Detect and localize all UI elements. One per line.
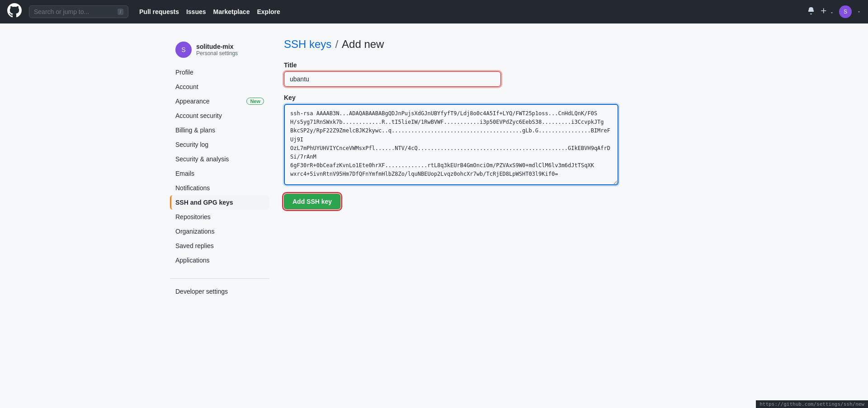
topnav-links: Pull requests Issues Marketplace Explore [139, 8, 280, 15]
sidebar-link-developer-settings[interactable]: Developer settings [170, 284, 269, 299]
sidebar-item-applications[interactable]: Applications [170, 253, 269, 267]
appearance-new-badge: New [246, 98, 264, 105]
sidebar-developer-section: Developer settings [170, 278, 269, 299]
sidebar-link-applications[interactable]: Applications [170, 253, 269, 267]
sidebar-item-emails[interactable]: Emails [170, 166, 269, 181]
avatar-chevron-icon[interactable] [857, 10, 861, 14]
create-plus-icon[interactable] [820, 7, 834, 16]
sidebar-link-account[interactable]: Account [170, 80, 269, 94]
sidebar-item-saved-replies[interactable]: Saved replies [170, 239, 269, 253]
sidebar-link-security-analysis[interactable]: Security & analysis [170, 152, 269, 166]
sidebar-item-account-security[interactable]: Account security [170, 108, 269, 123]
key-form-group: Key ssh-rsa AAAAB3N...ADAQABAABABgQDJnPu… [284, 94, 698, 187]
sidebar-link-saved-replies[interactable]: Saved replies [170, 239, 269, 253]
add-button-wrapper: Add SSH key [284, 194, 698, 209]
sidebar-nav: Profile Account Appearance New Account s… [170, 65, 269, 267]
sidebar-user-info: S solitude-mix Personal settings [170, 38, 269, 61]
user-avatar[interactable]: S [839, 5, 852, 18]
page-heading: SSH keys / Add new [284, 38, 698, 51]
sidebar-username: solitude-mix [196, 43, 238, 50]
search-input[interactable] [34, 8, 115, 15]
main-content: SSH keys / Add new Title Key ssh-rsa AAA… [284, 38, 698, 299]
sidebar-link-emails[interactable]: Emails [170, 166, 269, 181]
page-wrapper: S solitude-mix Personal settings Profile… [163, 23, 705, 313]
sidebar-item-profile[interactable]: Profile [170, 65, 269, 80]
search-kbd: / [118, 9, 123, 15]
sidebar-user-details: solitude-mix Personal settings [196, 43, 238, 56]
topnav-right: S [807, 5, 861, 18]
nav-issues[interactable]: Issues [186, 8, 206, 15]
title-input[interactable] [284, 71, 501, 87]
breadcrumb-ssh-keys-link[interactable]: SSH keys [284, 38, 331, 51]
add-ssh-key-button[interactable]: Add SSH key [284, 194, 340, 209]
sidebar: S solitude-mix Personal settings Profile… [170, 38, 269, 299]
sidebar-avatar: S [175, 42, 192, 58]
sidebar-link-profile[interactable]: Profile [170, 65, 269, 80]
notification-bell-icon[interactable] [807, 7, 815, 17]
sidebar-item-repositories[interactable]: Repositories [170, 210, 269, 224]
nav-pull-requests[interactable]: Pull requests [139, 8, 179, 15]
breadcrumb-separator: / [335, 38, 338, 51]
key-textarea[interactable]: ssh-rsa AAAAB3N...ADAQABAABABgQDJnPujsXd… [284, 104, 618, 185]
sidebar-link-appearance[interactable]: Appearance New [170, 94, 269, 108]
sidebar-link-billing[interactable]: Billing & plans [170, 123, 269, 137]
sidebar-link-organizations[interactable]: Organizations [170, 224, 269, 239]
nav-explore[interactable]: Explore [257, 8, 280, 15]
sidebar-link-account-security[interactable]: Account security [170, 108, 269, 123]
sidebar-link-repositories[interactable]: Repositories [170, 210, 269, 224]
top-navigation: / Pull requests Issues Marketplace Explo… [0, 0, 868, 23]
search-box[interactable]: / [29, 5, 128, 18]
sidebar-item-billing[interactable]: Billing & plans [170, 123, 269, 137]
page-title: Add new [342, 38, 384, 51]
sidebar-item-security-analysis[interactable]: Security & analysis [170, 152, 269, 166]
sidebar-item-ssh-gpg[interactable]: SSH and GPG keys [170, 195, 269, 210]
title-label: Title [284, 61, 698, 69]
github-logo-icon[interactable] [7, 3, 22, 20]
title-form-group: Title [284, 61, 698, 87]
sidebar-item-security-log[interactable]: Security log [170, 137, 269, 152]
sidebar-link-ssh-gpg[interactable]: SSH and GPG keys [170, 195, 269, 210]
nav-marketplace[interactable]: Marketplace [213, 8, 250, 15]
sidebar-item-organizations[interactable]: Organizations [170, 224, 269, 239]
sidebar-item-notifications[interactable]: Notifications [170, 181, 269, 195]
sidebar-link-notifications[interactable]: Notifications [170, 181, 269, 195]
sidebar-sublabel: Personal settings [196, 50, 238, 56]
sidebar-item-account[interactable]: Account [170, 80, 269, 94]
sidebar-link-security-log[interactable]: Security log [170, 137, 269, 152]
key-label: Key [284, 94, 698, 101]
sidebar-item-appearance[interactable]: Appearance New [170, 94, 269, 108]
